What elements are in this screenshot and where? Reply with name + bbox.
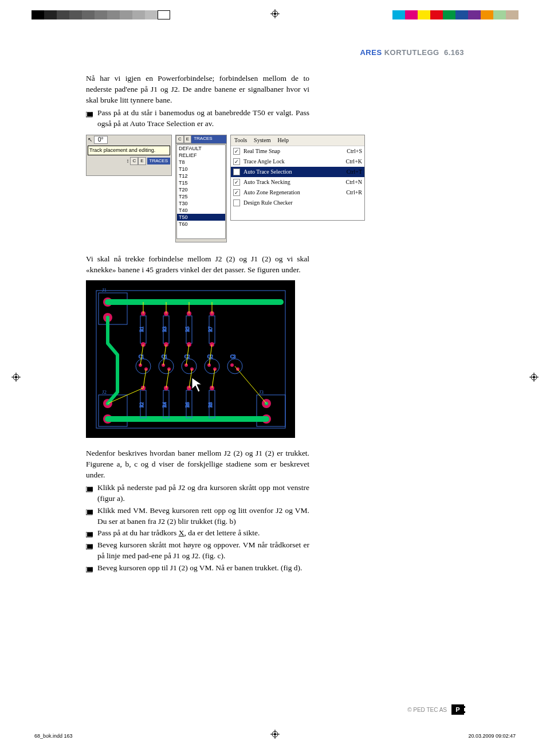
checkbox-icon (233, 169, 240, 175)
svg-rect-102 (87, 510, 93, 514)
cursor-icon: ↖ (88, 136, 92, 144)
svg-text:R7: R7 (208, 327, 213, 332)
menu-system[interactable]: System (250, 135, 274, 146)
bullet-item: Beveg kursoren skrått mot høyre og oppov… (86, 540, 309, 562)
bullet-item: Klikk med VM. Beveg kursoren rett opp og… (86, 506, 309, 527)
description-paragraph: Nedenfor beskrives hvordan baner mellom … (86, 448, 309, 481)
bullet-box-icon (86, 530, 94, 536)
menu-item[interactable]: ✓Real Time SnapCtrl+S (231, 146, 364, 156)
svg-rect-19 (99, 293, 127, 324)
svg-rect-108 (87, 567, 93, 571)
page-footer: © PED TEC AS P (407, 704, 464, 715)
tooltip: Track placement and editing. (88, 146, 170, 155)
svg-text:R2: R2 (139, 402, 144, 408)
registration-mark-icon (270, 9, 280, 18)
traces-label: TRACES (191, 135, 226, 143)
ui-screenshot-group: ↖ 0° Track placement and editing. ↕ CE T… (86, 135, 395, 244)
svg-line-90 (166, 369, 169, 388)
svg-text:R4: R4 (162, 402, 167, 408)
menu-help[interactable]: Help (274, 135, 292, 146)
trace-width-list[interactable]: DEFAULT RELIEF T8 T10 T12 T15 T20 T25 T3… (176, 144, 226, 239)
bullet-box-icon (86, 110, 94, 116)
svg-point-53 (136, 359, 151, 374)
copyright-text: © PED TEC AS (407, 707, 447, 713)
list-item[interactable]: RELIEF (177, 152, 225, 159)
pcb-figure: J1 J2 J3 R1 R3 R5 R7 (86, 280, 295, 438)
svg-text:J1: J1 (102, 287, 107, 293)
svg-rect-17 (87, 112, 93, 116)
list-item-selected[interactable]: T50 (177, 214, 225, 221)
tools-menu-panel: Tools System Help ✓Real Time SnapCtrl+S … (230, 135, 365, 221)
page-content: Nå har vi igjen en Powerforbindelse; for… (86, 73, 309, 574)
svg-point-83 (230, 363, 234, 367)
bullet-box-icon (86, 485, 94, 491)
svg-rect-106 (87, 545, 93, 549)
toolbar-panel: ↖ 0° Track placement and editing. ↕ CE T… (86, 135, 172, 176)
list-item[interactable]: T20 (177, 186, 225, 193)
list-item[interactable]: T12 (177, 173, 225, 179)
svg-text:R6: R6 (185, 402, 190, 408)
menu-item-selected[interactable]: Auto Trace SelectionCtrl+T (231, 167, 364, 177)
checkbox-icon: ✓ (233, 189, 240, 196)
svg-text:C3: C3 (230, 354, 235, 359)
svg-point-59 (205, 359, 219, 374)
intro-paragraph: Nå har vi igjen en Powerforbindelse; for… (86, 73, 309, 106)
menu-item[interactable]: ✓Trace Angle LockCtrl+K (231, 156, 364, 167)
list-item[interactable]: T15 (177, 179, 225, 186)
menu-item[interactable]: ✓Auto Track NeckingCtrl+N (231, 177, 364, 187)
svg-rect-100 (87, 487, 93, 491)
page-header: ARES KORTUTLEGG 6.163 (360, 48, 464, 57)
svg-text:J2: J2 (102, 389, 107, 395)
printer-colorbar-right (392, 10, 518, 19)
list-item[interactable]: T30 (177, 200, 225, 207)
middle-paragraph: Vi skal nå trekke forbindelse mellom J2 … (86, 254, 309, 276)
bullet-box-icon (86, 542, 94, 548)
svg-text:R3: R3 (162, 327, 167, 332)
list-item[interactable]: DEFAULT (177, 145, 225, 152)
bullet-item: Pass på at du har trådkors X, da er det … (86, 528, 309, 539)
header-title: KORTUTLEGG (384, 48, 439, 57)
svg-line-92 (212, 369, 215, 388)
list-item[interactable]: T25 (177, 193, 225, 200)
bullet-text: Klikk på nederste pad på J2 og dra kurso… (97, 483, 309, 504)
header-page-number: 6.163 (444, 48, 464, 57)
registration-mark-icon (270, 730, 280, 739)
svg-text:R5: R5 (185, 327, 190, 332)
checkbox-icon: ✓ (233, 158, 240, 165)
trace-width-panel: CE TRACES DEFAULT RELIEF T8 T10 T12 T15 … (175, 135, 227, 242)
printer-colorbar-left (32, 10, 170, 19)
bullet-text: Pass på at du har trådkors X, da er det … (97, 528, 309, 539)
list-item[interactable]: T10 (177, 166, 225, 173)
registration-mark-icon (529, 373, 539, 382)
ce-toggle[interactable]: CE (130, 157, 146, 164)
bullet-box-icon (86, 508, 94, 514)
list-item[interactable]: T40 (177, 207, 225, 214)
list-item[interactable]: T60 (177, 221, 225, 228)
checkbox-icon: ✓ (233, 148, 240, 155)
list-item[interactable]: T8 (177, 159, 225, 166)
bullet-item: Pass på at du står i banemodus og at ban… (86, 108, 309, 130)
menu-item[interactable]: Design Rule Checker (231, 198, 364, 208)
slugline-timestamp: 20.03.2009 09:02:47 (468, 733, 516, 739)
slugline-filename: 68_bok.indd 163 (34, 733, 73, 739)
bullet-text: Beveg kursoren opp til J1 (2) og VM. Nå … (97, 563, 309, 574)
bullet-text: Pass på at du står i banemodus og at ban… (97, 108, 309, 130)
traces-label: TRACES (147, 158, 170, 164)
bullet-text: Beveg kursoren skrått mot høyre og oppov… (97, 540, 309, 562)
menu-tools[interactable]: Tools (231, 135, 250, 146)
menubar: Tools System Help (231, 135, 364, 146)
menu-item[interactable]: ✓Auto Zone RegenerationCtrl+R (231, 187, 364, 198)
pedtec-logo-icon: P (451, 704, 464, 715)
svg-line-93 (235, 366, 266, 404)
ce-toggle[interactable]: CE (176, 135, 191, 143)
svg-text:R1: R1 (139, 327, 144, 332)
angle-field[interactable]: 0° (94, 136, 108, 144)
bullet-item: Klikk på nederste pad på J2 og dra kurso… (86, 483, 309, 504)
svg-point-55 (159, 359, 174, 374)
svg-line-91 (189, 369, 192, 388)
svg-point-57 (182, 359, 197, 374)
header-product: ARES (360, 48, 382, 57)
registration-mark-icon (11, 373, 21, 382)
svg-text:R8: R8 (208, 402, 213, 408)
svg-rect-104 (87, 532, 93, 536)
